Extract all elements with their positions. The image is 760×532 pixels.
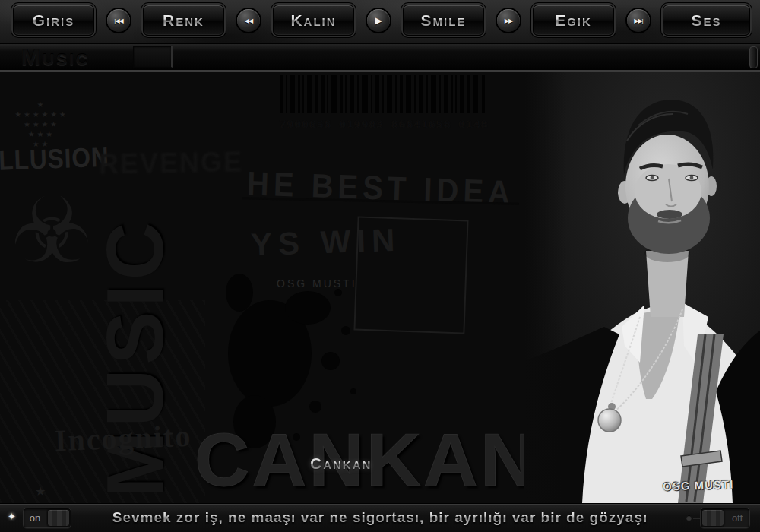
music-bar-title: Music bbox=[21, 44, 90, 70]
stars-row: ★ ★ ★ ★ ★ ★ bbox=[8, 109, 73, 119]
bottom-bar: ✦ on Sevmek zor iş, ne maaşı var ne sigo… bbox=[0, 503, 760, 532]
toolbar-button-label: Ses bbox=[691, 11, 721, 30]
toolbar-button-smile[interactable]: Smile bbox=[403, 5, 484, 36]
barcode: 7900656 019983 86641658 0148 bbox=[280, 75, 508, 130]
marker-dot bbox=[686, 515, 701, 521]
next-track-button[interactable]: ▶▶| bbox=[627, 9, 650, 32]
toolbar-button-label: Giris bbox=[33, 11, 75, 30]
toolbar-button-ses[interactable]: Ses bbox=[663, 5, 750, 36]
watermark-text: OSG MUSTI bbox=[663, 477, 734, 492]
revenge-art-text: REVENGE bbox=[99, 146, 244, 180]
off-toggle[interactable]: off bbox=[700, 508, 750, 528]
play-icon: ▶ bbox=[375, 15, 382, 26]
top-toolbar: Giris |◀◀ Renk ◀◀ Kalin ▶ Smile ▶▶ Egik … bbox=[0, 0, 760, 43]
barcode-bars bbox=[280, 75, 486, 113]
toolbar-button-egik[interactable]: Egik bbox=[533, 5, 614, 36]
rewind-button[interactable]: ◀◀ bbox=[237, 9, 260, 32]
music-input[interactable] bbox=[133, 46, 173, 68]
off-toggle-label: off bbox=[725, 512, 749, 524]
toolbar-button-renk[interactable]: Renk bbox=[143, 5, 224, 36]
toolbar-button-label: Egik bbox=[555, 11, 592, 30]
stars-pattern: ★ ★ ★ ★ ★ ★ ★ ★ ★ ★ ★ ★ ★ ★ ★ ★ bbox=[8, 100, 73, 149]
stars-row: ★ ★ ★ bbox=[8, 129, 73, 139]
previous-track-button[interactable]: |◀◀ bbox=[107, 9, 130, 32]
scrollbar-thumb[interactable] bbox=[749, 46, 758, 68]
artwork-stage: MUSIC ★ ★ ★ ★ ★ ★ ★ ★ ★ ★ ★ ★ ★ ★ ★ ★ IL… bbox=[0, 72, 760, 503]
toolbar-button-kalin[interactable]: Kalin bbox=[273, 5, 354, 36]
best-idea-art-text: HE BEST IDEA bbox=[246, 165, 515, 212]
marquee-text: Sevmek zor iş, ne maaşı var ne sigortası… bbox=[0, 509, 760, 526]
stars-row: ★ bbox=[8, 100, 73, 109]
toolbar-button-label: Smile bbox=[421, 11, 467, 30]
illusion-art-text: ILLUSION bbox=[0, 141, 109, 177]
barcode-digits: 7900656 019983 86641658 0148 bbox=[280, 119, 508, 130]
toolbar-button-giris[interactable]: Giris bbox=[13, 5, 94, 36]
toolbar-button-label: Kalin bbox=[290, 11, 336, 30]
fast-forward-button[interactable]: ▶▶ bbox=[497, 9, 520, 32]
stars-row: ★ ★ ★ ★ bbox=[8, 119, 73, 129]
fast-forward-icon: ▶▶ bbox=[505, 17, 512, 24]
toolbar-button-label: Renk bbox=[163, 11, 204, 30]
cankan-small-title: Cankan bbox=[301, 454, 381, 473]
play-button[interactable]: ▶ bbox=[367, 9, 390, 32]
next-track-icon: ▶▶| bbox=[634, 17, 642, 24]
portrait-photo bbox=[524, 72, 760, 503]
toggle-knob[interactable] bbox=[701, 509, 724, 527]
biohazard-icon: ☣ bbox=[11, 185, 93, 276]
previous-track-icon: |◀◀ bbox=[114, 17, 122, 24]
incognito-art-text: Incognito bbox=[54, 418, 192, 458]
star-icon: ★ bbox=[35, 484, 46, 499]
rewind-icon: ◀◀ bbox=[245, 17, 252, 24]
music-bar: Music bbox=[0, 43, 760, 72]
